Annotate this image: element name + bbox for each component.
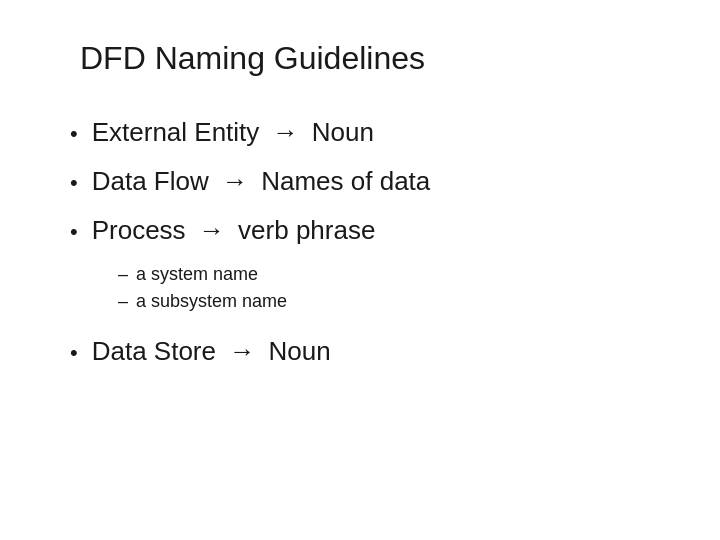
arrow-4: →	[229, 336, 255, 367]
sub-item-system: – a system name	[118, 264, 660, 285]
bullet-process: • Process → verb phrase	[70, 215, 660, 246]
data-store-label: Data Store	[92, 336, 216, 366]
process-label: Process	[92, 215, 186, 245]
bullet-external-entity: • External Entity → Noun	[70, 117, 660, 148]
content-area: • External Entity → Noun • Data Flow → N…	[70, 117, 660, 385]
data-flow-label: Data Flow	[92, 166, 209, 196]
arrow-3: →	[199, 215, 225, 246]
external-entity-text: External Entity → Noun	[92, 117, 374, 148]
data-flow-text: Data Flow → Names of data	[92, 166, 431, 197]
bullet-data-store: • Data Store → Noun	[70, 336, 660, 367]
bullet-dot-3: •	[70, 219, 78, 245]
sub-item-system-text: a system name	[136, 264, 258, 285]
sub-item-subsystem: – a subsystem name	[118, 291, 660, 312]
data-store-text: Data Store → Noun	[92, 336, 331, 367]
bullet-dot-1: •	[70, 121, 78, 147]
data-flow-result: Names of data	[261, 166, 430, 196]
sub-item-subsystem-text: a subsystem name	[136, 291, 287, 312]
process-result: verb phrase	[238, 215, 375, 245]
arrow-2: →	[222, 166, 248, 197]
arrow-1: →	[273, 117, 299, 148]
page-title: DFD Naming Guidelines	[80, 40, 660, 77]
external-entity-result: Noun	[312, 117, 374, 147]
external-entity-label: External Entity	[92, 117, 260, 147]
bullet-data-flow: • Data Flow → Names of data	[70, 166, 660, 197]
process-text: Process → verb phrase	[92, 215, 376, 246]
bullet-dot-2: •	[70, 170, 78, 196]
process-sub-items: – a system name – a subsystem name	[118, 264, 660, 318]
bullet-dot-4: •	[70, 340, 78, 366]
sub-dash-2: –	[118, 291, 128, 312]
data-store-result: Noun	[268, 336, 330, 366]
sub-dash-1: –	[118, 264, 128, 285]
